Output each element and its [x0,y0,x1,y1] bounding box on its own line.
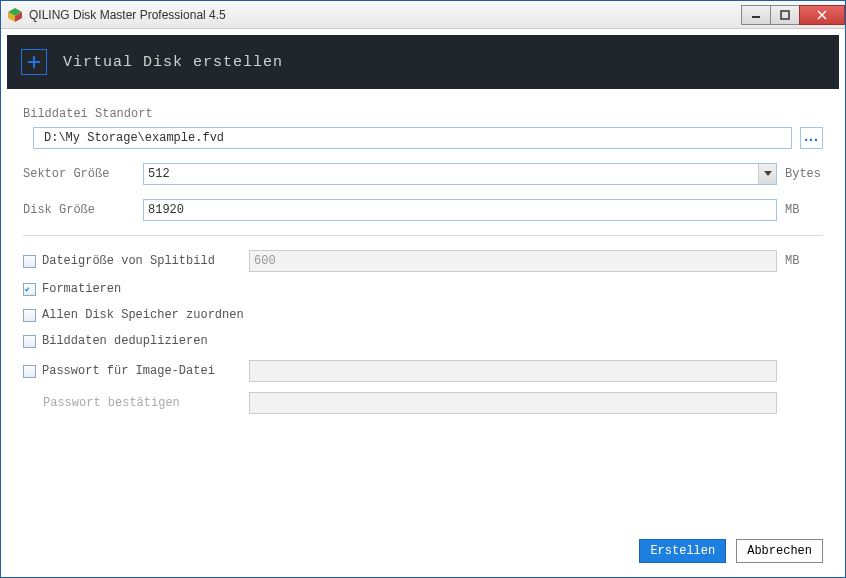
titlebar: QILING Disk Master Professional 4.5 [1,1,845,29]
window-title: QILING Disk Master Professional 4.5 [29,8,742,22]
password-checkbox[interactable] [23,365,36,378]
dialog-title: Virtual Disk erstellen [63,54,283,71]
browse-button[interactable]: ... [800,127,823,149]
window-controls [742,5,845,25]
dialog-header: Virtual Disk erstellen [7,35,839,89]
sector-size-label: Sektor Größe [23,167,135,181]
split-checkbox[interactable] [23,255,36,268]
format-checkbox[interactable] [23,283,36,296]
password-input [249,360,777,382]
password-confirm-input [249,392,777,414]
sector-size-select[interactable]: 512 [143,163,777,185]
dedup-label[interactable]: Bilddaten deduplizieren [42,334,208,348]
close-button[interactable] [799,5,845,25]
dedup-checkbox[interactable] [23,335,36,348]
password-label[interactable]: Passwort für Image-Datei [42,364,215,378]
split-label[interactable]: Dateigröße von Splitbild [42,254,215,268]
svg-rect-4 [781,11,789,19]
disk-size-unit: MB [785,203,823,217]
divider [23,235,823,236]
format-label[interactable]: Formatieren [42,282,121,296]
dialog-content: Bilddatei Standort ... Sektor Größe 512 … [1,95,845,529]
create-button[interactable]: Erstellen [639,539,726,563]
allocate-checkbox[interactable] [23,309,36,322]
app-window: QILING Disk Master Professional 4.5 Virt… [0,0,846,578]
disk-size-input[interactable] [143,199,777,221]
password-confirm-label: Passwort bestätigen [23,396,241,410]
split-size-unit: MB [785,254,823,268]
disk-size-label: Disk Größe [23,203,135,217]
dialog-footer: Erstellen Abbrechen [1,529,845,577]
sector-size-unit: Bytes [785,167,823,181]
split-size-input [249,250,777,272]
maximize-button[interactable] [770,5,800,25]
location-input[interactable] [33,127,792,149]
minimize-button[interactable] [741,5,771,25]
cancel-button[interactable]: Abbrechen [736,539,823,563]
create-disk-icon [21,49,47,75]
location-label: Bilddatei Standort [23,107,823,121]
app-icon [7,7,23,23]
allocate-label[interactable]: Allen Disk Speicher zuordnen [42,308,244,322]
